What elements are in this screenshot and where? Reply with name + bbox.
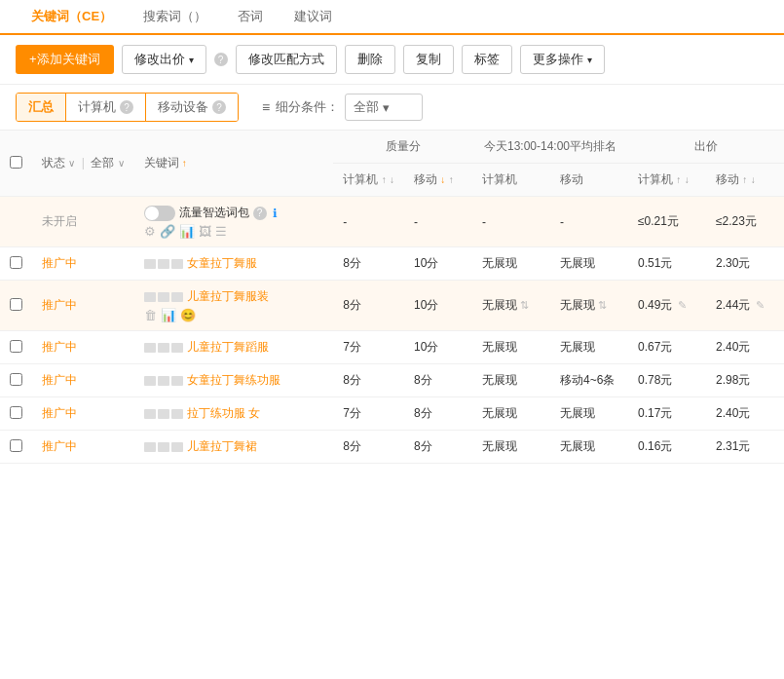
row-2-bid-pc: 0.67元 bbox=[628, 331, 706, 364]
flow-action-image[interactable]: 🖼 bbox=[199, 224, 211, 239]
tab-pc-help-icon[interactable]: ? bbox=[120, 100, 133, 114]
bid-pc-sort-down[interactable]: ↓ bbox=[685, 174, 690, 185]
flow-action-link[interactable]: 🔗 bbox=[160, 224, 175, 239]
bid-pc-sort-up[interactable]: ↑ bbox=[676, 174, 681, 185]
flow-action-list[interactable]: ☰ bbox=[215, 224, 227, 239]
row-1-rank-pc-sort[interactable]: ⇅ bbox=[520, 299, 529, 312]
copy-button[interactable]: 复制 bbox=[403, 45, 454, 74]
row-3-status: 推广中 bbox=[32, 364, 134, 397]
row-1-mobile-score: 10分 bbox=[404, 281, 472, 331]
label-button[interactable]: 标签 bbox=[462, 45, 512, 74]
bid-mobile-sort-down[interactable]: ↓ bbox=[751, 174, 756, 185]
header-bid-mobile: 移动 ↑ ↓ bbox=[706, 164, 784, 197]
filter-detail: ≡ 细分条件： 全部 ▾ bbox=[262, 94, 423, 121]
row-5-bid-mobile: 2.31元 bbox=[706, 431, 784, 464]
row-5-rank-mobile: 无展现 bbox=[550, 431, 628, 464]
keyword-table: 状态 ∨ | 全部 ∨ 关键词 ↑ 质量分 今天13:00-14:00平均排名 … bbox=[0, 131, 784, 464]
toolbar: +添加关键词 修改出价 ▾ ? 修改匹配方式 删除 复制 标签 更多操作 ▾ bbox=[0, 35, 784, 85]
header-bid: 出价 bbox=[628, 131, 784, 164]
qual-pc-sort-down[interactable]: ↓ bbox=[390, 174, 394, 185]
flow-toggle[interactable] bbox=[144, 206, 175, 221]
row-5-keyword: 儿童拉丁舞裙 bbox=[134, 431, 334, 464]
row-5-checkbox[interactable] bbox=[10, 439, 22, 452]
row-4-checkbox[interactable] bbox=[10, 406, 22, 419]
row-1-action-delete[interactable]: 🗑 bbox=[144, 308, 157, 322]
row-2-bid-mobile: 2.40元 bbox=[706, 331, 784, 364]
row-4-check bbox=[0, 397, 32, 431]
filter-caret: ▾ bbox=[383, 100, 390, 115]
row-1-check bbox=[0, 281, 32, 331]
modify-bid-button[interactable]: 修改出价 ▾ bbox=[122, 45, 206, 74]
row-1-edit-bid-mobile[interactable]: ✎ bbox=[756, 299, 765, 312]
tab-pc[interactable]: 计算机 ? bbox=[66, 94, 146, 121]
row-2-checkbox[interactable] bbox=[10, 340, 22, 353]
qual-pc-sort-up[interactable]: ↑ bbox=[382, 174, 387, 185]
row-5-bid-pc: 0.16元 bbox=[628, 431, 706, 464]
row-3-checkbox[interactable] bbox=[10, 373, 22, 386]
add-keyword-button[interactable]: +添加关键词 bbox=[16, 45, 114, 74]
header-status-col: 状态 ∨ | 全部 ∨ bbox=[32, 131, 134, 197]
row-5-pc-score: 8分 bbox=[333, 431, 404, 464]
row-0-pc-score: 8分 bbox=[333, 247, 404, 281]
row-5-rank-pc: 无展现 bbox=[472, 431, 550, 464]
row-3-bid-pc: 0.78元 bbox=[628, 364, 706, 397]
row-3-rank-pc: 无展现 bbox=[472, 364, 550, 397]
flow-rank-pc: - bbox=[472, 197, 550, 247]
modify-match-button[interactable]: 修改匹配方式 bbox=[236, 45, 337, 74]
all-sort-icon[interactable]: ∨ bbox=[118, 158, 125, 169]
flow-mobile-score: - bbox=[404, 197, 472, 247]
delete-button[interactable]: 删除 bbox=[345, 45, 395, 74]
flow-status-label: 未开启 bbox=[42, 214, 77, 228]
keyword-sort-icon[interactable]: ↑ bbox=[182, 158, 187, 169]
header-keyword-col: 关键词 ↑ bbox=[134, 131, 334, 197]
filter-select[interactable]: 全部 ▾ bbox=[345, 94, 423, 121]
row-1-edit-bid-pc[interactable]: ✎ bbox=[678, 299, 687, 312]
row-1-bid-pc: 0.49元✎ bbox=[628, 281, 706, 331]
select-all-checkbox[interactable] bbox=[10, 156, 22, 169]
row-1-keyword: 儿童拉丁舞服装 🗑 📊 😊 bbox=[134, 281, 334, 331]
table-row: 推广中儿童拉丁舞服装 🗑 📊 😊 8分10分无展现⇅无展现⇅0.49元✎2.44… bbox=[0, 281, 784, 331]
modify-bid-caret: ▾ bbox=[189, 55, 194, 65]
qual-mobile-sort-up[interactable]: ↑ bbox=[449, 174, 454, 185]
header-rank-mobile: 移动 bbox=[550, 164, 628, 197]
tab-search-terms[interactable]: 搜索词（） bbox=[128, 0, 222, 33]
row-4-bid-mobile: 2.40元 bbox=[706, 397, 784, 431]
more-ops-button[interactable]: 更多操作 ▾ bbox=[520, 45, 605, 74]
tab-mobile[interactable]: 移动设备 ? bbox=[146, 94, 238, 121]
tab-negative[interactable]: 否词 bbox=[222, 0, 279, 33]
modify-bid-help-icon[interactable]: ? bbox=[214, 53, 228, 66]
row-1-action-emoji[interactable]: 😊 bbox=[180, 308, 196, 322]
tab-summary[interactable]: 汇总 bbox=[17, 94, 66, 121]
table-row: 推广中儿童拉丁舞蹈服7分10分无展现无展现0.67元2.40元 bbox=[0, 331, 784, 364]
row-4-rank-pc: 无展现 bbox=[472, 397, 550, 431]
row-1-rank-mobile-sort[interactable]: ⇅ bbox=[598, 299, 607, 312]
header-rank-range: 今天13:00-14:00平均排名 bbox=[472, 131, 628, 164]
qual-mobile-sort-down[interactable]: ↓ bbox=[440, 174, 445, 185]
flow-pc-score: - bbox=[333, 197, 404, 247]
flow-row: 未开启 流量智选词包 ? ℹ ⚙ 🔗 📊 🖼 ☰ bbox=[0, 197, 784, 247]
row-0-rank-pc: 无展现 bbox=[472, 247, 550, 281]
bid-mobile-sort-up[interactable]: ↑ bbox=[742, 174, 747, 185]
row-0-check bbox=[0, 247, 32, 281]
row-1-rank-pc: 无展现⇅ bbox=[472, 281, 550, 331]
header-checkbox-col bbox=[0, 131, 32, 197]
tab-keywords[interactable]: 关键词（CE） bbox=[16, 0, 128, 35]
row-5-status: 推广中 bbox=[32, 431, 134, 464]
row-0-checkbox[interactable] bbox=[10, 256, 22, 269]
flow-action-settings[interactable]: ⚙ bbox=[144, 224, 156, 239]
flow-info-icon[interactable]: ℹ bbox=[273, 207, 278, 220]
row-1-pc-score: 8分 bbox=[333, 281, 404, 331]
row-4-bid-pc: 0.17元 bbox=[628, 397, 706, 431]
row-1-action-chart[interactable]: 📊 bbox=[161, 308, 176, 322]
row-1-checkbox[interactable] bbox=[10, 298, 22, 311]
row-1-actions: 🗑 📊 😊 bbox=[144, 308, 324, 322]
status-sort-icon[interactable]: ∨ bbox=[68, 158, 75, 169]
tab-mobile-help-icon[interactable]: ? bbox=[212, 100, 226, 114]
row-0-bid-pc: 0.51元 bbox=[628, 247, 706, 281]
tab-suggest[interactable]: 建议词 bbox=[279, 0, 348, 33]
flow-status-cell: 未开启 bbox=[32, 197, 134, 247]
flow-action-chart[interactable]: 📊 bbox=[179, 224, 195, 239]
row-0-bid-mobile: 2.30元 bbox=[706, 247, 784, 281]
flow-help-icon[interactable]: ? bbox=[253, 207, 267, 220]
flow-rank-mobile: - bbox=[550, 197, 628, 247]
